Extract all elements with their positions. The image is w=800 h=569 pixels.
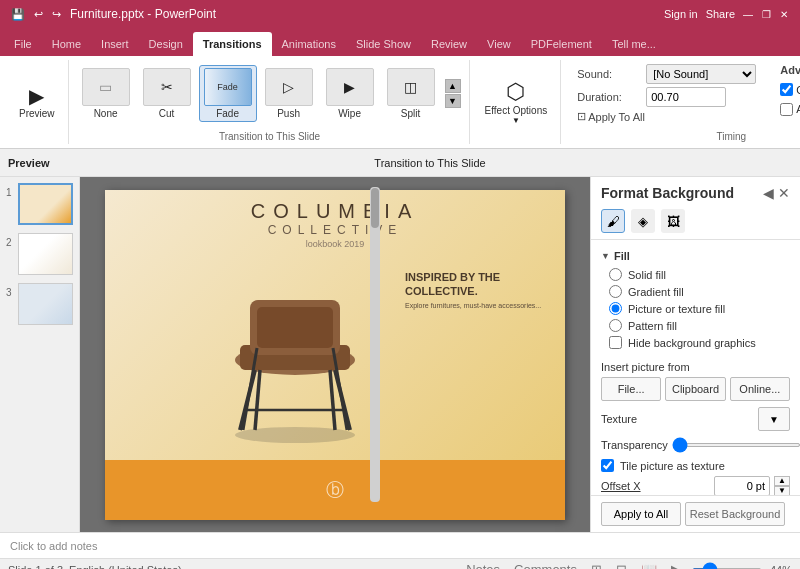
save-quick-btn[interactable]: 💾	[8, 6, 28, 23]
transition-cut[interactable]: ✂ Cut	[138, 65, 196, 122]
offset-x-down[interactable]: ▼	[774, 486, 790, 495]
hide-bg-option[interactable]: Hide background graphics	[609, 336, 790, 349]
comments-btn[interactable]: Comments	[511, 561, 580, 569]
tab-slideshow[interactable]: Slide Show	[346, 32, 421, 56]
close-btn[interactable]: ✕	[776, 6, 792, 22]
transition-none[interactable]: ▭ None	[77, 65, 135, 122]
gradient-fill-radio[interactable]	[609, 285, 622, 298]
slide-img-2	[19, 234, 72, 274]
tab-pdfelement[interactable]: PDFelement	[521, 32, 602, 56]
orange-bottom: ⓑ	[105, 460, 565, 520]
panel-picture-icon-btn[interactable]: 🖼	[661, 209, 685, 233]
tab-home[interactable]: Home	[42, 32, 91, 56]
offset-x-input[interactable]	[714, 476, 770, 495]
transition-wipe[interactable]: ▶ Wipe	[321, 65, 379, 122]
push-label: Push	[277, 108, 300, 119]
tile-option[interactable]: Tile picture as texture	[601, 459, 790, 472]
solid-fill-option[interactable]: Solid fill	[609, 268, 790, 281]
quick-access-toolbar: 💾 ↩ ↪	[8, 6, 64, 23]
slide-img-container-1	[18, 183, 73, 225]
slide-thumb-3[interactable]: 3	[4, 281, 75, 327]
hide-bg-checkbox[interactable]	[609, 336, 622, 349]
share-btn[interactable]: Share	[703, 6, 738, 22]
panel-collapse-btn[interactable]: ◀	[763, 185, 774, 201]
tab-animations[interactable]: Animations	[272, 32, 346, 56]
online-btn[interactable]: Online...	[730, 377, 790, 401]
preview-btn[interactable]: ▶ Preview	[12, 82, 62, 123]
sound-select[interactable]: [No Sound]	[646, 64, 756, 84]
slide-thumb-2[interactable]: 2	[4, 231, 75, 277]
panel-close-btn[interactable]: ✕	[778, 185, 790, 201]
gradient-fill-label: Gradient fill	[628, 286, 684, 298]
tile-checkbox[interactable]	[601, 459, 614, 472]
solid-fill-radio[interactable]	[609, 268, 622, 281]
fill-section-header[interactable]: ▼ Fill	[601, 246, 790, 266]
transparency-slider[interactable]	[672, 443, 800, 447]
none-icon: ▭	[82, 68, 130, 106]
after-row: After:	[780, 99, 800, 119]
ribbon-tabs: File Home Insert Design Transitions Anim…	[0, 28, 800, 56]
apply-to-all-btn[interactable]: ⊡ Apply To All	[577, 110, 645, 123]
transition-scroll-up[interactable]: ▲	[445, 79, 461, 93]
transition-scroll-down[interactable]: ▼	[445, 94, 461, 108]
texture-label: Texture	[601, 413, 754, 425]
none-label: None	[94, 108, 118, 119]
effect-options-btn[interactable]: ⬡ Effect Options ▼	[478, 75, 555, 129]
slide-info: Slide 1 of 3	[8, 564, 63, 570]
slide-subtitle: COLLECTIVE	[105, 223, 565, 237]
duration-input[interactable]	[646, 87, 726, 107]
svg-line-7	[330, 370, 335, 430]
slide-sorter-btn[interactable]: ⊟	[613, 561, 630, 569]
reset-bg-btn[interactable]: Reset Background	[685, 502, 785, 526]
slide-canvas[interactable]: COLUMBIA COLLECTIVE lookbook 2019	[105, 190, 565, 520]
redo-quick-btn[interactable]: ↪	[49, 6, 64, 23]
preview-bar-text: Transition to This Slide	[68, 157, 792, 169]
mouse-click-checkbox[interactable]	[780, 83, 793, 96]
status-right: Notes Comments ⊞ ⊟ 📖 ▶ 44%	[463, 561, 792, 569]
picture-fill-radio[interactable]	[609, 302, 622, 315]
restore-btn[interactable]: ❐	[758, 6, 774, 22]
clipboard-btn[interactable]: Clipboard	[665, 377, 725, 401]
sound-row: Sound: [No Sound]	[577, 64, 756, 84]
gradient-fill-option[interactable]: Gradient fill	[609, 285, 790, 298]
tab-file[interactable]: File	[4, 32, 42, 56]
picture-fill-option[interactable]: Picture or texture fill	[609, 302, 790, 315]
reading-view-btn[interactable]: 📖	[638, 561, 660, 569]
ribbon-group-timing: Sound: [No Sound] Duration: ⊡ Apply To A…	[563, 60, 800, 144]
pattern-fill-option[interactable]: Pattern fill	[609, 319, 790, 332]
pattern-fill-radio[interactable]	[609, 319, 622, 332]
after-checkbox[interactable]	[780, 103, 793, 116]
undo-quick-btn[interactable]: ↩	[31, 6, 46, 23]
transition-split[interactable]: ◫ Split	[382, 65, 440, 122]
wipe-icon: ▶	[326, 68, 374, 106]
notes-btn[interactable]: Notes	[463, 561, 503, 569]
inspired-box: INSPIRED BY THE COLLECTIVE. Explore furn…	[405, 270, 545, 311]
slide-thumb-1[interactable]: 1	[4, 181, 75, 227]
offset-x-up[interactable]: ▲	[774, 476, 790, 486]
apply-all-panel-btn[interactable]: Apply to All	[601, 502, 681, 526]
transition-push[interactable]: ▷ Push	[260, 65, 318, 122]
normal-view-btn[interactable]: ⊞	[588, 561, 605, 569]
panel-effects-icon-btn[interactable]: ◈	[631, 209, 655, 233]
tab-view[interactable]: View	[477, 32, 521, 56]
notes-bar[interactable]: Click to add notes	[0, 532, 800, 558]
svg-rect-3	[257, 307, 333, 348]
texture-select-btn[interactable]: ▼	[758, 407, 790, 431]
wipe-label: Wipe	[338, 108, 361, 119]
tab-tellme[interactable]: Tell me...	[602, 32, 666, 56]
minimize-btn[interactable]: —	[740, 6, 756, 22]
panel-fill-icon-btn[interactable]: 🖌	[601, 209, 625, 233]
slide-img-container-2	[18, 233, 73, 275]
tab-review[interactable]: Review	[421, 32, 477, 56]
file-btn[interactable]: File...	[601, 377, 661, 401]
tab-transitions[interactable]: Transitions	[193, 32, 272, 56]
scroll-track-v	[370, 187, 380, 502]
transition-fade[interactable]: Fade Fade	[199, 65, 257, 122]
language: English (United States)	[69, 564, 182, 570]
tab-design[interactable]: Design	[139, 32, 193, 56]
slideshow-btn[interactable]: ▶	[668, 561, 684, 569]
tab-insert[interactable]: Insert	[91, 32, 139, 56]
sign-in-btn[interactable]: Sign in	[661, 6, 701, 22]
main-area: 1 2 3 COLUMBIA COLLECTIVE lookbook 2019	[0, 177, 800, 532]
preview-icon: ▶	[29, 86, 44, 106]
